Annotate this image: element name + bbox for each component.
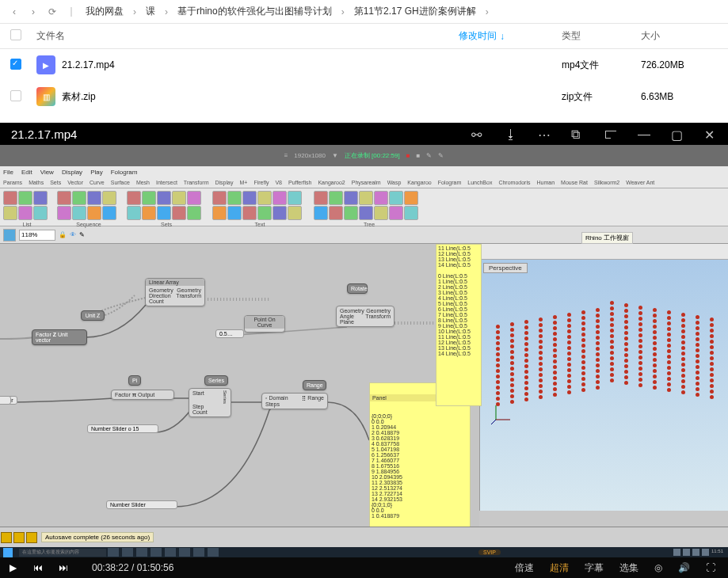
status-warn-icon[interactable] (13, 532, 25, 543)
node-range[interactable]: ◦ Domain ⣿ Range Steps (261, 393, 328, 409)
pip-icon[interactable]: ⧉ (571, 127, 587, 143)
gh-tab[interactable]: Silkworm2 (594, 180, 619, 185)
episodes-button[interactable]: 选集 (619, 561, 638, 575)
gh-tab[interactable]: V8 (275, 180, 282, 185)
maximize-icon[interactable]: ▢ (671, 127, 687, 143)
gh-tab[interactable]: Vector (67, 180, 83, 185)
ribbon-component-icon[interactable] (374, 206, 388, 220)
gh-tab[interactable]: Chromodoris (498, 180, 530, 185)
node-series[interactable]: StartSeries Step Count (189, 388, 231, 417)
gh-tab[interactable]: Maths (29, 180, 44, 185)
share-icon[interactable]: ⚯ (471, 127, 487, 143)
zoom-input[interactable] (19, 230, 55, 241)
gh-tab[interactable]: Intersect (156, 180, 177, 185)
loop-icon[interactable]: ◎ (654, 562, 662, 573)
gh-canvas[interactable]: Linear Array GeometryGeometry DirectionT… (0, 244, 479, 543)
gh-tab[interactable]: Mesh (136, 180, 150, 185)
node-rotate-params[interactable]: GeometryGeometry AngleTransform Plane (336, 306, 394, 327)
more-icon[interactable]: ⋯ (538, 127, 554, 143)
zoom-lock-icon[interactable]: 🔒 (59, 231, 67, 238)
ribbon-component-icon[interactable] (127, 191, 141, 205)
ribbon-component-icon[interactable] (374, 191, 388, 205)
nav-forward-icon[interactable]: › (25, 4, 41, 20)
gh-tab[interactable]: M+ (239, 180, 247, 185)
ribbon-component-icon[interactable] (257, 191, 272, 205)
gh-tab[interactable]: Weaver Ant (626, 180, 654, 185)
column-name[interactable]: 文件名 (32, 29, 459, 43)
column-date[interactable]: 修改时间↓ (459, 29, 562, 43)
prev-button[interactable]: ⏮ (25, 562, 51, 573)
crumb-item[interactable]: 第11节2.17 GH进阶案例讲解 (351, 5, 479, 18)
ribbon-component-icon[interactable] (329, 191, 343, 205)
node-range-label[interactable]: Range (303, 380, 326, 390)
crumb-item[interactable]: 基于rhino的软件强化与出图辅导计划 (174, 5, 335, 18)
ribbon-component-icon[interactable] (187, 206, 201, 220)
ribbon-component-icon[interactable] (344, 206, 358, 220)
number-slider[interactable]: Number Slider (106, 500, 177, 509)
ribbon-component-icon[interactable] (72, 191, 86, 205)
task-app-icon[interactable] (136, 548, 147, 557)
gh-component-tabs[interactable]: ParamsMathsSetsVectorCurveSurfaceMeshInt… (0, 177, 728, 188)
perspective-label[interactable]: Perspective (483, 263, 528, 273)
file-row[interactable]: ▥ 素材.zip zip文件 6.63MB (0, 81, 728, 112)
status-warn-icon[interactable] (26, 532, 37, 543)
node-point-on-curve[interactable]: Point On Curve (244, 315, 285, 333)
ribbon-component-icon[interactable] (172, 191, 186, 205)
ribbon-component-icon[interactable] (57, 191, 71, 205)
task-app-icon[interactable] (165, 548, 176, 557)
ribbon-component-icon[interactable] (172, 206, 186, 220)
gh-ribbon[interactable]: ListSequenceSetsTextTree (0, 188, 728, 226)
ribbon-component-icon[interactable] (142, 191, 156, 205)
file-row[interactable]: ▶ 21.2.17.mp4 mp4文件 726.20MB (0, 49, 728, 81)
panel-lines[interactable]: 11 Line(L:0.5 12 Line(L:0.5 13 Line(L:0.… (436, 244, 482, 406)
subtitle-button[interactable]: 字幕 (585, 561, 604, 575)
status-warn-icon[interactable] (1, 532, 12, 543)
ribbon-component-icon[interactable] (257, 206, 272, 220)
ribbon-component-icon[interactable] (212, 206, 227, 220)
node-rotate[interactable]: Rotate (347, 283, 368, 294)
ribbon-component-icon[interactable] (72, 206, 86, 220)
fullscreen-icon[interactable]: ⛶ (706, 562, 715, 573)
ribbon-component-icon[interactable] (157, 206, 171, 220)
system-tray[interactable]: 11:51 (673, 549, 723, 556)
ribbon-component-icon[interactable] (18, 191, 32, 205)
number-slider[interactable]: Number Slider o 15 (87, 424, 158, 433)
ribbon-component-icon[interactable] (227, 191, 242, 205)
ribbon-component-icon[interactable] (273, 191, 287, 205)
gh-tab[interactable]: Human (536, 180, 555, 185)
ribbon-component-icon[interactable] (389, 191, 403, 205)
gh-tab[interactable]: Pufferfish (288, 180, 311, 185)
ribbon-component-icon[interactable] (3, 191, 17, 205)
node-unit-z[interactable]: Unit Z (81, 310, 105, 321)
gh-tab[interactable]: Curve (90, 180, 105, 185)
column-size[interactable]: 大小 (641, 29, 728, 43)
ribbon-component-icon[interactable] (242, 206, 257, 220)
gh-tab[interactable]: LunchBox (467, 180, 492, 185)
ribbon-component-icon[interactable] (142, 206, 156, 220)
ribbon-component-icon[interactable] (242, 191, 257, 205)
node-series-label[interactable]: Series (204, 375, 228, 386)
gh-tab[interactable]: Transform (184, 180, 209, 185)
node-pi[interactable]: Factor π Output (111, 390, 174, 400)
ribbon-component-icon[interactable] (227, 206, 242, 220)
windows-taskbar[interactable]: 在这里输入你要搜索的内容 SVIP 11:51 (0, 547, 728, 557)
ribbon-component-icon[interactable] (359, 206, 373, 220)
ribbon-component-icon[interactable] (102, 206, 116, 220)
column-type[interactable]: 类型 (562, 29, 641, 43)
row-checkbox[interactable] (10, 59, 21, 70)
crumb-item[interactable]: 课 (143, 5, 158, 18)
speed-button[interactable]: 倍速 (515, 561, 534, 575)
crumb-root[interactable]: 我的网盘 (82, 5, 127, 18)
gh-tab[interactable]: Kangaroo (407, 180, 431, 185)
node-pi-label[interactable]: Pi (128, 375, 141, 386)
ribbon-component-icon[interactable] (404, 206, 418, 220)
gh-tab[interactable]: Physarealm (352, 180, 381, 185)
nav-back-icon[interactable]: ‹ (6, 4, 22, 20)
ribbon-component-icon[interactable] (389, 206, 403, 220)
save-icon[interactable] (3, 229, 16, 241)
ribbon-component-icon[interactable] (157, 191, 171, 205)
select-all-checkbox[interactable] (10, 29, 21, 40)
ribbon-component-icon[interactable] (314, 191, 328, 205)
next-button[interactable]: ⏭ (51, 562, 76, 573)
gh-tab[interactable]: Kangaroo2 (318, 180, 345, 185)
